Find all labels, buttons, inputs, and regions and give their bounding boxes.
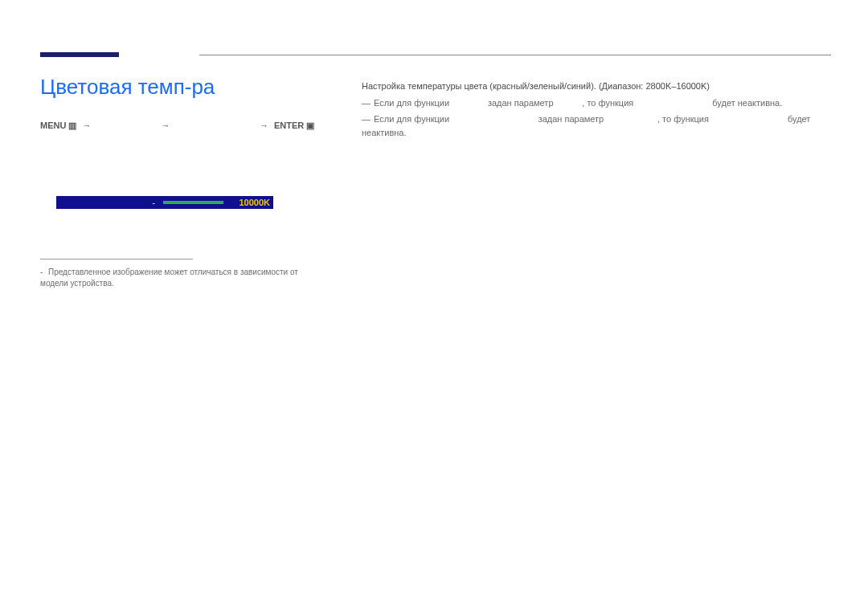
breadcrumb: MENU ▥ → Изображение → Цветовая темп-ра …: [40, 121, 314, 131]
osd-slider-track: [163, 201, 230, 204]
osd-color-temp-bar: Цветовая темп-ра - + 10000K: [56, 196, 273, 209]
osd-value: 10000K: [239, 198, 270, 207]
breadcrumb-enter-icon: ▣: [306, 121, 314, 130]
note-1-part4: будет неактивна.: [712, 98, 782, 108]
note-1: ― Если для функции Оттенок задан парамет…: [362, 96, 831, 110]
footnote-dash: -: [40, 267, 48, 278]
description-text: Настройка температуры цвета (красный/зел…: [362, 80, 831, 92]
note-1-func1: Оттенок: [452, 98, 485, 108]
breadcrumb-arrow: →: [161, 121, 170, 130]
breadcrumb-menu-icon: ▥: [68, 121, 76, 130]
note-2-val1: Калибровка: [606, 114, 655, 124]
note-1-part3: , то функция: [582, 98, 636, 108]
footnote: -Представленное изображение может отлича…: [40, 267, 321, 288]
note-bullet: ―: [362, 96, 371, 110]
note-1-part1: Если для функции: [374, 98, 452, 108]
header-accent-bar: [40, 52, 119, 57]
footnote-text: Представленное изображение может отличат…: [40, 268, 298, 288]
note-2-part3: , то функция: [657, 114, 711, 124]
osd-minus-icon: -: [153, 198, 155, 207]
note-bullet: ―: [362, 112, 371, 126]
breadcrumb-arrow: →: [83, 121, 92, 130]
breadcrumb-item-2: Цветовая темп-ра: [175, 121, 253, 130]
note-2-func2: Цветовая темп-ра: [711, 114, 785, 124]
breadcrumb-arrow: →: [260, 121, 268, 130]
note-2: ― Если для функции Режим изображения зад…: [362, 112, 831, 140]
note-1-val1: Выкл.: [556, 98, 580, 108]
osd-slider-fill: [163, 201, 223, 204]
note-1-func2: Цветовая темп-ра: [636, 98, 710, 108]
note-2-part2: задан параметр: [538, 114, 607, 124]
osd-label: Цветовая темп-ра: [63, 198, 130, 207]
note-1-part2: задан параметр: [488, 98, 556, 108]
note-2-func1: Режим изображения: [452, 114, 535, 124]
note-2-part1: Если для функции: [374, 114, 452, 124]
breadcrumb-enter-label: ENTER: [274, 121, 304, 130]
breadcrumb-item-1: Изображение: [97, 121, 156, 130]
header-divider: [199, 55, 831, 55]
breadcrumb-menu-label: MENU: [40, 121, 66, 130]
footnote-divider: [40, 259, 193, 260]
page-title: Цветовая темп-ра: [40, 75, 215, 100]
